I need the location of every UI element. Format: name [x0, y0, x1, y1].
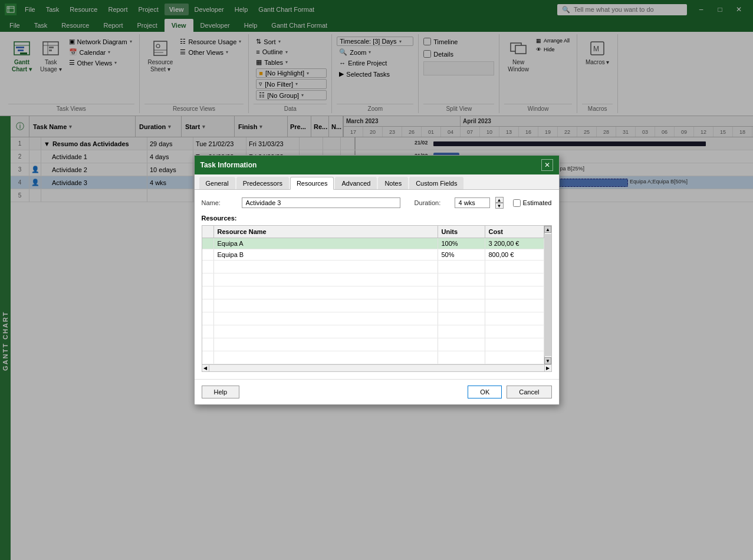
cancel-button[interactable]: Cancel [507, 386, 551, 398]
res-cost-1: 3 200,00 € [485, 238, 544, 249]
estimated-checkbox[interactable] [513, 199, 521, 207]
help-button[interactable]: Help [202, 386, 240, 398]
res-check-col-header [202, 226, 214, 238]
resources-section-label: Resources: [202, 215, 552, 222]
dialog-tab-advanced[interactable]: Advanced [335, 177, 377, 189]
resources-grid-container: Resource Name Units Cost Equipa A 100% 3… [202, 225, 552, 365]
dialog-footer: Help OK Cancel [195, 379, 559, 404]
resource-empty-row-1[interactable] [202, 261, 544, 274]
resources-scrollbar[interactable]: ▲ ▼ [544, 226, 551, 364]
dialog-name-row: Name: Duration: ▲ ▼ Estimated [202, 197, 552, 209]
dialog-duration-label: Duration: [415, 199, 450, 206]
resources-h-scrollbar[interactable]: ◀ ▶ [202, 365, 552, 372]
resources-grid: Resource Name Units Cost Equipa A 100% 3… [202, 226, 544, 364]
task-info-dialog: Task Information ✕ General Predecessors … [194, 155, 560, 405]
duration-spin-down[interactable]: ▼ [495, 203, 504, 209]
res-units-1: 100% [438, 238, 485, 249]
estimated-row: Estimated [513, 199, 552, 207]
dialog-title: Task Information [200, 161, 257, 169]
res-check-2 [202, 249, 214, 260]
dialog-close-button[interactable]: ✕ [541, 159, 553, 171]
res-cost-col-header: Cost [485, 226, 544, 238]
res-scroll-left-btn[interactable]: ◀ [202, 365, 209, 371]
estimated-label: Estimated [523, 199, 552, 206]
res-cost-2: 800,00 € [485, 249, 544, 260]
ok-button[interactable]: OK [468, 386, 502, 398]
dialog-tabs: General Predecessors Resources Advanced … [195, 174, 559, 190]
dialog-titlebar: Task Information ✕ [195, 156, 559, 174]
dialog-duration-input[interactable] [455, 197, 490, 208]
resource-empty-row-3[interactable] [202, 286, 544, 299]
resources-grid-header: Resource Name Units Cost [202, 226, 544, 238]
duration-spin-up[interactable]: ▲ [495, 197, 504, 203]
dialog-name-input[interactable] [242, 197, 400, 208]
resource-row-2[interactable]: Equipa B 50% 800,00 € [202, 249, 544, 261]
scroll-up-btn[interactable]: ▲ [544, 226, 551, 233]
dialog-tab-general[interactable]: General [199, 177, 235, 189]
dialog-tab-predecessors[interactable]: Predecessors [236, 177, 289, 189]
dialog-action-buttons: OK Cancel [468, 386, 551, 398]
resource-empty-row-8[interactable] [202, 351, 544, 364]
res-scroll-track[interactable] [209, 365, 544, 371]
scroll-down-btn[interactable]: ▼ [544, 357, 551, 364]
scrollbar-thumb[interactable] [544, 234, 551, 356]
dialog-body: Name: Duration: ▲ ▼ Estimated Resources: [195, 190, 559, 379]
resource-empty-row-7[interactable] [202, 338, 544, 351]
res-name-2: Equipa B [214, 249, 438, 260]
res-units-col-header: Units [438, 226, 485, 238]
resource-row-1[interactable]: Equipa A 100% 3 200,00 € [202, 238, 544, 249]
res-name-1: Equipa A [214, 238, 438, 249]
dialog-tab-notes[interactable]: Notes [378, 177, 408, 189]
duration-spinners: ▲ ▼ [495, 197, 504, 209]
dialog-tab-custom-fields[interactable]: Custom Fields [409, 177, 463, 189]
resource-empty-row-5[interactable] [202, 312, 544, 325]
res-name-col-header: Resource Name [214, 226, 438, 238]
dialog-name-label: Name: [202, 199, 237, 206]
res-scroll-right-btn[interactable]: ▶ [544, 365, 551, 371]
dialog-tab-resources[interactable]: Resources [290, 177, 334, 190]
res-check-1 [202, 238, 214, 249]
dialog-overlay: Task Information ✕ General Predecessors … [0, 0, 753, 560]
res-units-2: 50% [438, 249, 485, 260]
resource-empty-row-4[interactable] [202, 299, 544, 312]
resource-empty-row-6[interactable] [202, 325, 544, 338]
resource-empty-row-2[interactable] [202, 274, 544, 286]
